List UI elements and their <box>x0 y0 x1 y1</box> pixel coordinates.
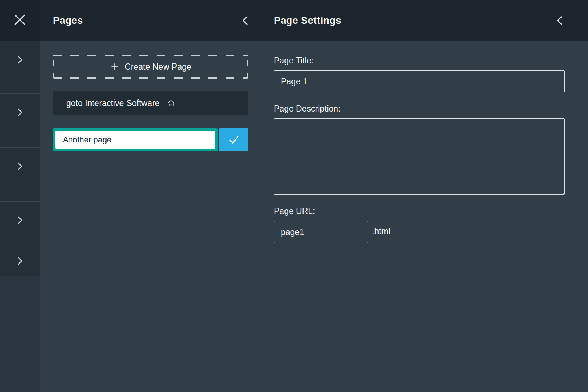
chevron-right-icon <box>14 161 25 172</box>
sidebar-filler <box>0 276 40 392</box>
panel-header-bar: Pages Page Settings <box>40 0 588 41</box>
new-page-edit-row <box>53 128 248 151</box>
chevron-right-icon <box>14 255 25 266</box>
pages-collapse-button[interactable] <box>238 13 253 28</box>
sidebar-item-expand-5[interactable] <box>0 242 40 276</box>
confirm-new-page-button[interactable] <box>219 128 248 151</box>
page-url-label: Page URL: <box>274 206 315 216</box>
plus-icon <box>110 62 119 72</box>
page-list-item-home[interactable]: goto Interactive Software <box>53 91 248 115</box>
page-description-label: Page Description: <box>274 104 341 114</box>
page-settings-title: Page Settings <box>274 0 341 41</box>
chevron-right-icon <box>14 54 25 65</box>
chevron-left-icon <box>554 14 566 27</box>
new-page-input-frame <box>53 128 218 151</box>
url-suffix-label: .html <box>372 226 390 236</box>
page-title-input[interactable] <box>274 70 565 92</box>
settings-collapse-button[interactable] <box>553 13 567 28</box>
page-title-label: Page Title: <box>274 56 314 66</box>
home-icon <box>166 98 176 108</box>
sidebar-item-expand-2[interactable] <box>0 94 40 148</box>
page-name: goto Interactive Software <box>66 98 159 108</box>
sidebar-item-expand-3[interactable] <box>0 148 40 202</box>
pages-panel-title: Pages <box>53 0 83 41</box>
chevron-left-icon <box>239 14 252 27</box>
page-url-input[interactable] <box>274 221 368 243</box>
close-icon <box>11 11 28 30</box>
sidebar-item-expand-1[interactable] <box>0 41 40 94</box>
check-icon <box>227 133 241 147</box>
page-description-textarea[interactable] <box>274 118 565 195</box>
chevron-right-icon <box>14 215 25 226</box>
chevron-right-icon <box>14 107 25 118</box>
sidebar-item-expand-4[interactable] <box>0 202 40 242</box>
create-new-page-label: Create New Page <box>125 62 191 72</box>
close-button[interactable] <box>0 0 40 41</box>
new-page-name-input[interactable] <box>55 131 215 149</box>
tool-sidebar <box>0 0 40 392</box>
create-new-page-button[interactable]: Create New Page <box>53 55 248 79</box>
